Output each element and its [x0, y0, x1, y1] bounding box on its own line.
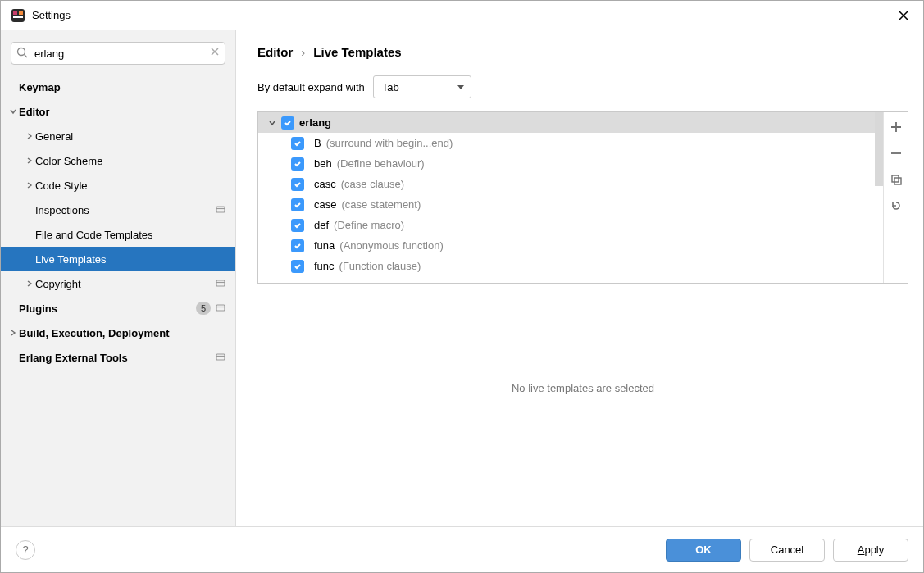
ok-button[interactable]: OK: [666, 539, 741, 562]
breadcrumb-item: Live Templates: [313, 45, 401, 59]
template-row[interactable]: case (case statement): [258, 194, 883, 215]
chevron-down-icon[interactable]: [7, 108, 19, 115]
remove-template-icon[interactable]: [888, 145, 904, 161]
template-row[interactable]: def (Define macro): [258, 215, 883, 235]
template-row[interactable]: casc (case clause): [258, 174, 883, 194]
sidebar-item-code-style[interactable]: Code Style: [1, 173, 235, 198]
templates-list[interactable]: erlang B (surround with begin...end)beh …: [258, 112, 883, 283]
app-icon: [11, 8, 25, 23]
dialog-footer: ? OK Cancel Apply: [1, 526, 923, 572]
svg-rect-12: [216, 354, 225, 360]
search-icon: [16, 47, 28, 61]
template-abbr: funa: [314, 239, 335, 252]
template-checkbox[interactable]: [291, 260, 304, 273]
expand-with-select[interactable]: Tab: [373, 75, 471, 98]
sidebar-item-label: Copyright: [35, 278, 81, 290]
svg-rect-2: [19, 11, 23, 15]
template-desc: (surround with begin...end): [326, 137, 453, 149]
scrollbar-thumb[interactable]: [875, 112, 883, 186]
expand-with-label: By default expand with: [257, 81, 365, 93]
template-desc: (case clause): [341, 178, 404, 190]
sidebar-item-label: General: [35, 130, 73, 143]
svg-rect-14: [892, 175, 899, 182]
template-checkbox[interactable]: [291, 198, 304, 211]
sidebar-item-label: Plugins: [19, 302, 57, 315]
expand-with-value: Tab: [382, 81, 399, 93]
sidebar-item-label: Erlang External Tools: [19, 352, 128, 364]
templates-panel: erlang B (surround with begin...end)beh …: [257, 111, 908, 284]
svg-point-4: [18, 48, 25, 56]
sidebar-item-erlang-external-tools[interactable]: Erlang External Tools: [1, 345, 235, 370]
template-row[interactable]: beh (Define behaviour): [258, 153, 883, 174]
chevron-right-icon[interactable]: [7, 330, 19, 336]
sidebar-item-keymap[interactable]: Keymap: [1, 75, 235, 99]
template-desc: (case statement): [341, 198, 421, 211]
svg-line-5: [25, 55, 28, 58]
sidebar-item-color-scheme[interactable]: Color Scheme: [1, 148, 235, 173]
template-desc: (Function clause): [339, 260, 421, 272]
main-panel: Editor › Live Templates By default expan…: [236, 30, 923, 526]
sidebar-item-live-templates[interactable]: Live Templates: [1, 247, 235, 271]
sidebar-item-label: Inspections: [35, 204, 89, 216]
sidebar-item-build-execution-deployment[interactable]: Build, Execution, Deployment: [1, 321, 235, 345]
template-row[interactable]: B (surround with begin...end): [258, 133, 883, 153]
svg-rect-10: [216, 305, 225, 311]
badge: 5: [196, 302, 211, 315]
sidebar-item-copyright[interactable]: Copyright: [1, 271, 235, 296]
template-abbr: def: [314, 219, 329, 231]
sidebar-item-label: Editor: [19, 106, 50, 118]
template-abbr: B: [314, 137, 321, 149]
settings-scope-icon: [216, 204, 225, 216]
chevron-down-icon[interactable]: [266, 120, 278, 126]
template-checkbox[interactable]: [291, 137, 304, 150]
chevron-right-icon[interactable]: [24, 280, 35, 287]
svg-rect-3: [13, 16, 23, 18]
template-checkbox[interactable]: [291, 157, 304, 171]
settings-tree: KeymapEditorGeneralColor SchemeCode Styl…: [1, 73, 235, 526]
sidebar-item-inspections[interactable]: Inspections: [1, 198, 235, 222]
window-title: Settings: [32, 9, 71, 21]
help-button[interactable]: ?: [16, 540, 35, 560]
svg-rect-6: [216, 207, 225, 212]
sidebar-item-label: Code Style: [35, 180, 88, 192]
duplicate-template-icon[interactable]: [888, 171, 904, 188]
breadcrumb-item: Editor: [257, 45, 293, 59]
sidebar-item-label: Live Templates: [35, 253, 106, 266]
svg-rect-8: [216, 280, 225, 286]
apply-button[interactable]: Apply: [833, 539, 908, 562]
sidebar-item-label: Build, Execution, Deployment: [19, 327, 169, 339]
sidebar-item-label: Keymap: [19, 81, 61, 93]
sidebar-item-plugins[interactable]: Plugins5: [1, 296, 235, 321]
clear-search-icon[interactable]: [210, 47, 220, 59]
chevron-right-icon[interactable]: [24, 182, 35, 189]
restore-icon[interactable]: [888, 198, 904, 214]
chevron-right-icon[interactable]: [24, 157, 35, 164]
settings-scope-icon: [216, 352, 225, 364]
template-checkbox[interactable]: [291, 178, 304, 191]
template-abbr: casc: [314, 178, 336, 190]
template-abbr: beh: [314, 157, 332, 170]
template-desc: (Anonymous function): [339, 239, 443, 252]
sidebar-item-general[interactable]: General: [1, 124, 235, 148]
titlebar: Settings: [1, 1, 923, 30]
svg-rect-1: [13, 11, 17, 15]
sidebar-item-label: Color Scheme: [35, 155, 102, 167]
template-desc: (Define behaviour): [337, 157, 425, 170]
template-checkbox[interactable]: [291, 239, 304, 252]
template-group-row[interactable]: erlang: [258, 112, 883, 133]
cancel-button[interactable]: Cancel: [749, 539, 825, 562]
sidebar-item-file-and-code-templates[interactable]: File and Code Templates: [1, 222, 235, 247]
template-desc: (Define macro): [334, 219, 404, 231]
chevron-right-icon: ›: [301, 45, 305, 59]
search-box[interactable]: [11, 42, 225, 65]
template-row[interactable]: func (Function clause): [258, 256, 883, 276]
search-input[interactable]: [33, 47, 203, 61]
sidebar-item-editor[interactable]: Editor: [1, 99, 235, 124]
chevron-right-icon[interactable]: [24, 133, 35, 139]
close-icon[interactable]: [894, 6, 913, 25]
template-checkbox[interactable]: [291, 219, 304, 232]
group-checkbox[interactable]: [281, 116, 294, 130]
add-template-icon[interactable]: [888, 119, 904, 135]
no-selection-message: No live templates are selected: [257, 382, 908, 394]
template-row[interactable]: funa (Anonymous function): [258, 235, 883, 256]
